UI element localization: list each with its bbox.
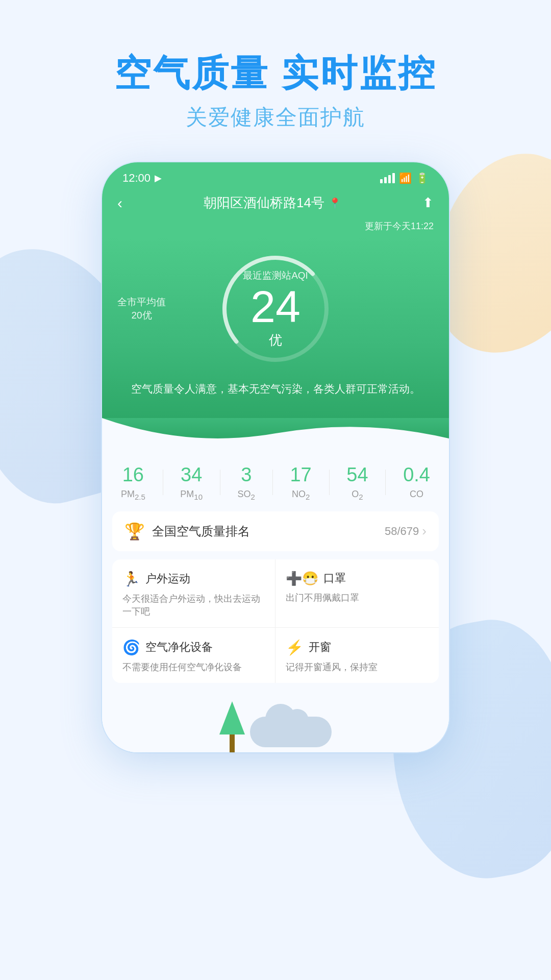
status-time: 12:00 [122,172,151,185]
pollutant-pm10: 34 PM10 [180,464,203,501]
back-button[interactable]: ‹ [117,194,122,212]
pollutant-no2-value: 17 [290,464,311,486]
aqi-circle-content: 最近监测站AQI 24 优 [243,269,308,349]
phone-mockup: 12:00 ▶ 📶 🔋 ‹ 朝阳区酒仙桥路14号 📍 ⬆ [102,162,449,752]
cloud-puff2 [286,709,309,732]
pollutant-no2-name: NO2 [292,489,310,501]
tree-trunk [230,734,235,752]
purifier-icon: 🌀 [122,639,140,656]
suggestion-outdoor-title: 户外运动 [145,571,190,586]
status-icons: 📶 🔋 [380,172,429,184]
pollutant-co: 0.4 CO [403,464,430,500]
share-button[interactable]: ⬆ [422,195,434,211]
ranking-left: 🏆 全国空气质量排名 [124,522,250,541]
cloud-body [250,717,332,747]
bottom-decoration-area [102,691,449,752]
pollutants-section: 16 PM2.5 34 PM10 3 SO2 17 NO2 54 O2 [102,449,449,511]
pollutant-pm10-name: PM10 [180,489,203,501]
pollutant-divider-5 [385,470,386,495]
phone-container: 12:00 ▶ 📶 🔋 ‹ 朝阳区酒仙桥路14号 📍 ⬆ [0,162,551,752]
suggestions-section: 🏃 户外运动 今天很适合户外运动，快出去运动一下吧 ➕😷 口罩 出门不用佩戴口罩… [102,559,449,692]
outdoor-exercise-icon: 🏃 [122,571,140,587]
suggestion-purifier-desc: 不需要使用任何空气净化设备 [122,661,265,674]
pollutant-o2: 54 O2 [346,464,368,501]
pollutant-pm10-value: 34 [181,464,202,486]
cloud-decoration [250,717,332,747]
ranking-section: 🏆 全国空气质量排名 58/679 › [102,511,449,559]
pollutant-o2-value: 54 [346,464,368,486]
location-arrow-icon: ▶ [155,173,162,184]
trophy-icon: 🏆 [124,522,145,541]
suggestion-mask-header: ➕😷 口罩 [286,571,429,586]
aqi-section: 全市平均值 20优 最近监测站AQI 24 优 [102,237,449,418]
suggestion-mask-desc: 出门不用佩戴口罩 [286,592,429,604]
aqi-station-label: 最近监测站AQI [243,269,308,282]
location-name: 朝阳区酒仙桥路14号 [204,194,324,212]
status-bar: 12:00 ▶ 📶 🔋 [102,162,449,189]
app-title: 空气质量 实时监控 [0,51,551,95]
aqi-row: 全市平均值 20优 最近监测站AQI 24 优 [117,248,434,370]
suggestion-purifier: 🌀 空气净化设备 不需要使用任何空气净化设备 [112,628,276,683]
battery-icon: 🔋 [416,172,429,184]
wave-transition [102,418,449,449]
update-time: 更新于今天11:22 [102,220,449,237]
pollutant-divider-2 [220,470,220,495]
suggestion-outdoor-desc: 今天很适合户外运动，快出去运动一下吧 [122,593,265,618]
aqi-value: 24 [243,284,308,329]
pollutant-so2-name: SO2 [238,489,255,501]
suggestion-purifier-title: 空气净化设备 [145,640,213,655]
wave-svg [102,418,449,449]
pollutant-co-value: 0.4 [403,464,430,486]
ranking-value: 58/679 › [385,523,427,539]
location-pin-icon: 📍 [329,197,341,209]
suggestion-window: ⚡ 开窗 记得开窗通风，保持室 [276,628,439,683]
ranking-card[interactable]: 🏆 全国空气质量排名 58/679 › [112,511,439,551]
app-header: ‹ 朝阳区酒仙桥路14号 📍 ⬆ [102,189,449,220]
window-icon: ⚡ [286,639,304,656]
pollutant-so2-value: 3 [241,464,252,486]
suggestion-window-title: 开窗 [309,640,331,655]
wifi-icon: 📶 [399,172,412,184]
pollutant-pm25-name: PM2.5 [121,489,145,501]
tree-decoration [219,701,245,752]
pollutant-divider-1 [163,470,163,495]
aqi-quality: 优 [243,331,308,349]
mask-icon: ➕😷 [286,571,318,586]
suggestion-outdoor: 🏃 户外运动 今天很适合户外运动，快出去运动一下吧 [112,559,276,628]
pollutant-o2-name: O2 [352,489,363,501]
aqi-description: 空气质量令人满意，基本无空气污染，各类人群可正常活动。 [126,380,425,398]
ranking-arrow-icon: › [422,523,427,539]
pollutant-co-name: CO [410,489,423,500]
tree-top [219,701,245,734]
city-avg-value: 20优 [117,309,166,323]
pollutant-divider-4 [329,470,330,495]
pollutant-pm25-value: 16 [122,464,144,486]
suggestion-mask-title: 口罩 [323,571,346,586]
pollutant-pm25: 16 PM2.5 [121,464,145,501]
signal-icon [380,173,395,183]
suggestion-mask: ➕😷 口罩 出门不用佩戴口罩 [276,559,439,628]
suggestion-window-header: ⚡ 开窗 [286,639,429,656]
suggestion-purifier-header: 🌀 空气净化设备 [122,639,265,656]
suggestion-outdoor-header: 🏃 户外运动 [122,571,265,587]
pollutant-so2: 3 SO2 [238,464,255,501]
suggestions-grid: 🏃 户外运动 今天很适合户外运动，快出去运动一下吧 ➕😷 口罩 出门不用佩戴口罩… [112,559,439,683]
pollutant-no2: 17 NO2 [290,464,311,501]
suggestion-window-desc: 记得开窗通风，保持室 [286,661,429,674]
bottom-cloud-group [219,701,332,752]
city-avg-label: 全市平均值 [117,296,166,309]
pollutant-divider-3 [272,470,273,495]
aqi-circle: 最近监测站AQI 24 优 [214,248,337,370]
header-section: 空气质量 实时监控 关爱健康全面护航 [0,0,551,132]
app-subtitle: 关爱健康全面护航 [0,103,551,132]
city-average: 全市平均值 20优 [117,296,166,323]
ranking-title: 全国空气质量排名 [152,523,250,540]
location-title: 朝阳区酒仙桥路14号 📍 [204,194,341,212]
ranking-number: 58/679 [385,525,419,538]
